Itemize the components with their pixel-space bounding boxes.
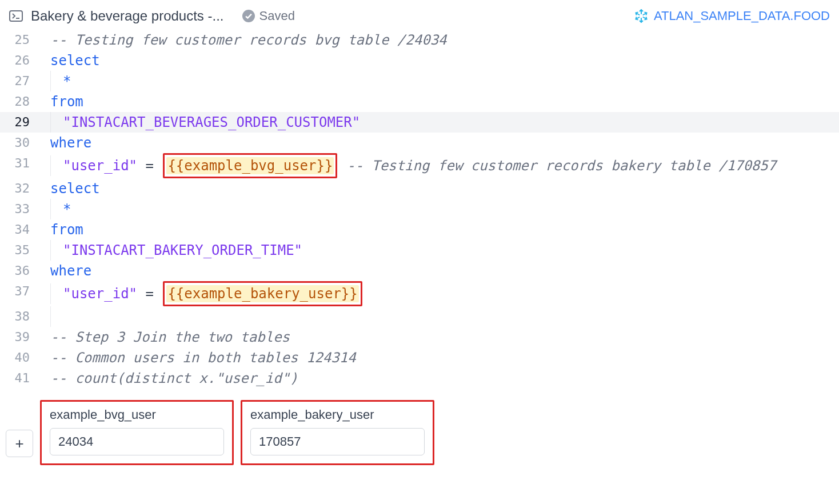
code-line[interactable]: 39 -- Step 3 Join the two tables	[0, 327, 839, 347]
line-number: 34	[0, 219, 40, 240]
token-star: *	[63, 199, 71, 219]
operator: =	[137, 155, 162, 176]
code-line[interactable]: 31 "user_id" = {{example_bvg_user}} -- T…	[0, 153, 839, 178]
check-circle-icon	[242, 10, 255, 22]
code-line[interactable]: 35 "INSTACART_BAKERY_ORDER_TIME"	[0, 240, 839, 261]
sql-editor[interactable]: 25 -- Testing few customer records bvg t…	[0, 30, 839, 395]
line-number: 36	[0, 261, 40, 281]
code-line[interactable]: 40 -- Common users in both tables 124314	[0, 347, 839, 368]
variable-highlight: {{example_bvg_user}}	[163, 153, 337, 178]
identifier: "INSTACART_BEVERAGES_ORDER_CUSTOMER"	[63, 112, 360, 133]
code-line[interactable]: 27 *	[0, 71, 839, 91]
keyword: where	[50, 133, 91, 153]
column-name: "user_id"	[63, 283, 137, 304]
line-number: 29	[0, 112, 40, 133]
comment-text: -- Testing few customer records bvg tabl…	[50, 30, 447, 50]
line-number: 35	[0, 240, 40, 261]
parameter-value-input[interactable]	[250, 428, 425, 455]
line-number: 26	[0, 50, 40, 71]
code-line[interactable]: 38	[0, 306, 839, 327]
parameter-card: example_bakery_user	[241, 400, 434, 465]
connection-label: ATLAN_SAMPLE_DATA.FOOD	[654, 9, 830, 23]
parameter-card: example_bvg_user	[40, 400, 234, 465]
line-number: 31	[0, 153, 40, 174]
keyword: select	[50, 50, 100, 71]
line-number: 39	[0, 327, 40, 347]
keyword: select	[50, 178, 100, 199]
code-line[interactable]: 32 select	[0, 178, 839, 199]
column-name: "user_id"	[63, 155, 137, 176]
add-parameter-button[interactable]: +	[6, 430, 33, 457]
line-number: 27	[0, 71, 40, 91]
parameter-value-input[interactable]	[50, 428, 224, 455]
saved-label: Saved	[259, 9, 295, 23]
operator: =	[137, 283, 162, 304]
line-number: 33	[0, 199, 40, 219]
query-title[interactable]: Bakery & beverage products -...	[31, 8, 224, 24]
code-line[interactable]: 41 -- count(distinct x."user_id")	[0, 368, 839, 389]
code-line[interactable]: 33 *	[0, 199, 839, 219]
keyword: from	[50, 219, 83, 240]
code-line[interactable]: 28 from	[0, 91, 839, 112]
svg-point-2	[242, 10, 255, 22]
saved-status: Saved	[242, 9, 295, 23]
query-icon	[9, 10, 23, 22]
parameter-name: example_bakery_user	[250, 407, 425, 422]
keyword: where	[50, 261, 91, 281]
line-number: 25	[0, 30, 40, 50]
line-number: 37	[0, 281, 40, 302]
line-number: 32	[0, 178, 40, 199]
header-bar: Bakery & beverage products -... Saved	[0, 0, 839, 30]
line-number: 28	[0, 91, 40, 112]
comment-text: -- Common users in both tables 124314	[50, 347, 356, 368]
template-variable[interactable]: {{example_bvg_user}}	[166, 157, 334, 174]
token-star: *	[63, 71, 71, 91]
parameters-panel: + example_bvg_user example_bakery_user	[0, 395, 839, 487]
comment-text: -- count(distinct x."user_id")	[50, 368, 298, 389]
code-line[interactable]: 37 "user_id" = {{example_bakery_user}}	[0, 281, 839, 306]
connection-breadcrumb[interactable]: ATLAN_SAMPLE_DATA.FOOD	[634, 9, 830, 23]
comment-text: -- Testing few customer records bakery t…	[338, 155, 776, 176]
keyword: from	[50, 91, 83, 112]
parameter-name: example_bvg_user	[50, 407, 224, 422]
code-line[interactable]: 25 -- Testing few customer records bvg t…	[0, 30, 839, 50]
snowflake-icon	[634, 9, 648, 23]
code-line-current[interactable]: 29 "INSTACART_BEVERAGES_ORDER_CUSTOMER"	[0, 112, 839, 133]
line-number: 41	[0, 368, 40, 389]
line-number: 38	[0, 306, 40, 327]
comment-text: -- Step 3 Join the two tables	[50, 327, 290, 347]
code-line[interactable]: 34 from	[0, 219, 839, 240]
template-variable[interactable]: {{example_bakery_user}}	[166, 285, 358, 302]
code-line[interactable]: 36 where	[0, 261, 839, 281]
code-line[interactable]: 30 where	[0, 133, 839, 153]
identifier: "INSTACART_BAKERY_ORDER_TIME"	[63, 240, 302, 261]
line-number: 30	[0, 133, 40, 153]
line-number: 40	[0, 347, 40, 368]
variable-highlight: {{example_bakery_user}}	[163, 281, 362, 306]
code-line[interactable]: 26 select	[0, 50, 839, 71]
svg-rect-0	[10, 11, 22, 21]
